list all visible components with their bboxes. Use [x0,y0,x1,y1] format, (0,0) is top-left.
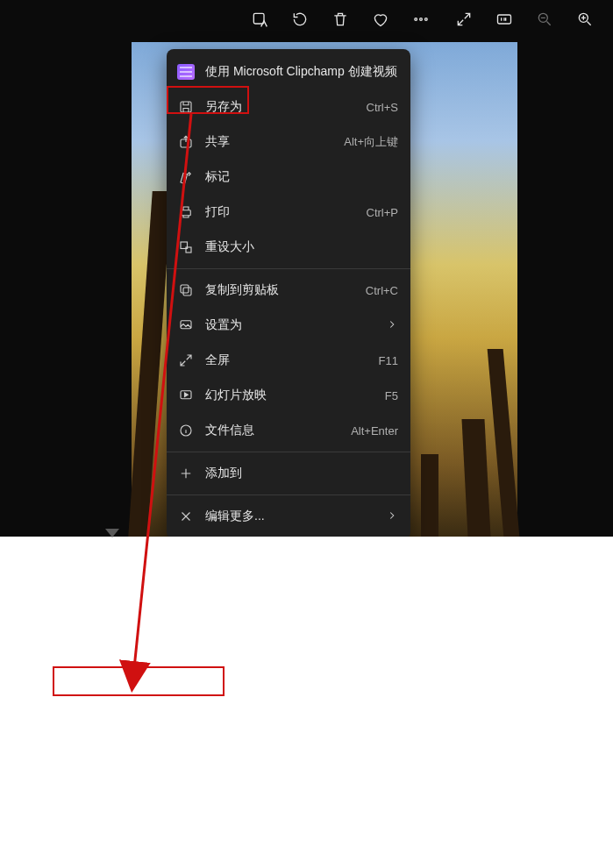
more-icon[interactable] [412,11,430,28]
mark-icon [177,168,195,186]
svg-rect-7 [181,102,191,112]
rotate-icon[interactable] [291,11,309,28]
ctx-slideshow[interactable]: 幻灯片放映 F5 [167,378,410,413]
ctx-print[interactable]: 打印 Ctrl+P [167,195,410,230]
context-menu: 使用 Microsoft Clipchamp 创建视频 另存为 Ctrl+S 共… [167,49,410,539]
ctx-label: 编辑更多... [205,509,386,524]
ctx-copy[interactable]: 复制到剪贴板 Ctrl+C [167,273,410,308]
ctx-label: 全屏 [205,352,379,368]
delete-icon[interactable] [331,11,349,28]
svg-rect-9 [182,210,191,216]
zoom-in-icon[interactable] [576,11,594,28]
print-icon [177,203,195,221]
ctx-label: 重设大小 [205,239,398,255]
ctx-resize[interactable]: 重设大小 [167,230,410,265]
info-icon [177,422,195,439]
watermark: miaodongshenghuo.com [499,853,604,863]
ctx-shortcut: Ctrl+S [367,101,398,114]
svg-rect-11 [186,247,191,253]
actual-size-icon[interactable] [495,11,513,28]
ctx-shortcut: Alt+向上键 [344,134,398,150]
ctx-addto[interactable]: 添加到 [167,456,410,491]
ctx-clipchamp[interactable]: 使用 Microsoft Clipchamp 创建视频 [167,54,410,89]
slideshow-icon [177,387,195,404]
svg-rect-12 [183,288,191,295]
chevron-right-icon [386,509,398,524]
ctx-label: 标记 [205,169,398,185]
ctx-mark[interactable]: 标记 [167,160,410,195]
ctx-shortcut: Ctrl+C [366,284,398,297]
ctx-saveas[interactable]: 另存为 Ctrl+S [167,89,410,125]
zoom-out-icon[interactable] [536,11,553,28]
ctx-setas[interactable]: 设置为 [167,308,410,343]
edit-icon[interactable] [251,11,268,28]
ctx-label: 另存为 [205,99,367,115]
ctx-fullscreen[interactable]: 全屏 F11 [167,343,410,378]
setas-icon [177,317,195,334]
heart-icon[interactable] [372,11,389,28]
ctx-label: 打印 [205,204,367,220]
photo-viewer: 使用 Microsoft Clipchamp 创建视频 另存为 Ctrl+S 共… [0,0,613,537]
clipchamp-icon [177,63,195,81]
ctx-shortcut: Ctrl+P [367,206,398,219]
plus-icon [177,465,195,482]
ctx-editmore[interactable]: 编辑更多... [167,499,410,534]
chevron-right-icon [386,318,398,333]
svg-point-1 [415,18,417,21]
svg-rect-0 [253,13,264,24]
share-icon [177,133,195,151]
ctx-fileinfo[interactable]: 文件信息 Alt+Enter [167,413,410,448]
resize-icon [177,238,195,256]
save-dialog: 文件名(N): 1.png 保存类型(T): .png (*.png) .png… [0,537,613,868]
save-icon [177,98,195,116]
ctx-label: 设置为 [205,317,386,333]
expand-icon[interactable] [455,11,473,28]
copy-icon [177,281,195,299]
ctx-shortcut: Alt+Enter [351,424,398,438]
ctx-label: 添加到 [205,466,398,481]
ctx-label: 文件信息 [205,423,351,438]
editmore-icon [177,508,195,525]
ctx-label: 共享 [205,134,344,150]
dropdown-arrow-icon [105,529,119,537]
ctx-label: 使用 Microsoft Clipchamp 创建视频 [205,64,398,80]
svg-rect-13 [181,285,189,293]
ctx-shortcut: F11 [379,354,398,367]
ctx-label: 复制到剪贴板 [205,282,366,298]
svg-point-2 [420,18,423,21]
ctx-label: 幻灯片放映 [205,388,385,403]
ctx-share[interactable]: 共享 Alt+向上键 [167,125,410,160]
fullscreen-icon [177,352,195,369]
ctx-shortcut: F5 [385,389,398,402]
svg-point-3 [425,18,428,21]
viewer-toolbar [0,11,613,35]
